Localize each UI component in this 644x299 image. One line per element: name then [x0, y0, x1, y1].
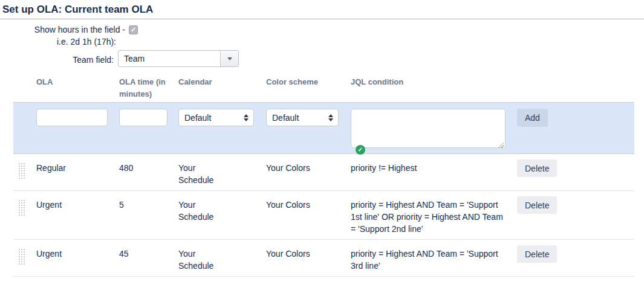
- new-ola-time-input[interactable]: [119, 109, 168, 126]
- show-hours-hint: i.e. 2d 1h (17h):: [0, 36, 116, 47]
- delete-button[interactable]: Delete: [517, 245, 557, 263]
- cell-jql-condition: priority != Highest: [351, 162, 507, 186]
- checkbox-check-icon: ✓: [131, 26, 136, 33]
- add-button[interactable]: Add: [517, 109, 548, 127]
- cell-ola-name: Urgent: [36, 248, 119, 272]
- cell-ola-time: 480: [119, 162, 178, 186]
- delete-button[interactable]: Delete: [517, 196, 557, 214]
- cell-ola-time: 5: [119, 199, 178, 235]
- team-field-dropdown-button[interactable]: [220, 51, 238, 66]
- cell-color-scheme: Your Colors: [266, 248, 351, 272]
- header-ola: OLA: [36, 76, 119, 102]
- cell-calendar: Your Schedule: [178, 162, 227, 186]
- header-ola-time: OLA time (in minutes): [119, 76, 174, 102]
- page-title: Set up OLA: Current team OLA: [2, 4, 153, 16]
- new-ola-name-input[interactable]: [36, 109, 108, 126]
- header-calendar: Calendar: [178, 76, 266, 102]
- team-field-label: Team field:: [0, 54, 114, 65]
- cell-ola-name: Regular: [36, 162, 119, 186]
- cell-color-scheme: Your Colors: [266, 199, 351, 235]
- cell-ola-time: 45: [119, 248, 178, 272]
- cell-color-scheme: Your Colors: [266, 162, 351, 186]
- jql-valid-check-icon: ✓: [356, 145, 365, 155]
- caret-down-icon: [227, 57, 232, 60]
- header-jql-condition: JQL condition: [351, 76, 517, 102]
- new-ola-entry-row: Default Default ✓ Add: [13, 102, 634, 154]
- drag-handle-icon[interactable]: [18, 248, 25, 265]
- ola-row: Urgent 45 Your Schedule Your Colors prio…: [13, 240, 634, 277]
- textarea-resize-handle-icon[interactable]: [498, 143, 504, 148]
- show-hours-label: Show hours in the field -: [0, 24, 125, 35]
- new-calendar-select[interactable]: Default: [178, 109, 254, 126]
- cell-jql-condition: priority = Highest AND Team = 'Support 1…: [351, 199, 507, 235]
- drag-handle-icon[interactable]: [18, 199, 25, 216]
- team-field-value: Team: [119, 54, 220, 63]
- team-field-select[interactable]: Team: [118, 50, 239, 67]
- cell-calendar: Your Schedule: [178, 248, 227, 272]
- cell-calendar: Your Schedule: [178, 199, 227, 223]
- title-divider: [0, 19, 644, 19]
- ola-row: Regular 480 Your Schedule Your Colors pr…: [13, 154, 634, 191]
- ola-row: Urgent 5 Your Schedule Your Colors prior…: [13, 191, 634, 240]
- delete-button[interactable]: Delete: [517, 159, 557, 177]
- show-hours-checkbox[interactable]: ✓: [129, 25, 138, 34]
- table-header-row: OLA OLA time (in minutes) Calendar Color…: [13, 71, 634, 102]
- cell-jql-condition: priority = Highest AND Team = 'Support 3…: [351, 248, 507, 272]
- new-jql-condition-textarea[interactable]: [351, 109, 506, 148]
- header-color-scheme: Color scheme: [266, 76, 351, 102]
- drag-handle-icon[interactable]: [18, 162, 25, 179]
- cell-ola-name: Urgent: [36, 199, 119, 235]
- ola-table: OLA OLA time (in minutes) Calendar Color…: [13, 71, 634, 277]
- new-color-scheme-select[interactable]: Default: [266, 109, 339, 126]
